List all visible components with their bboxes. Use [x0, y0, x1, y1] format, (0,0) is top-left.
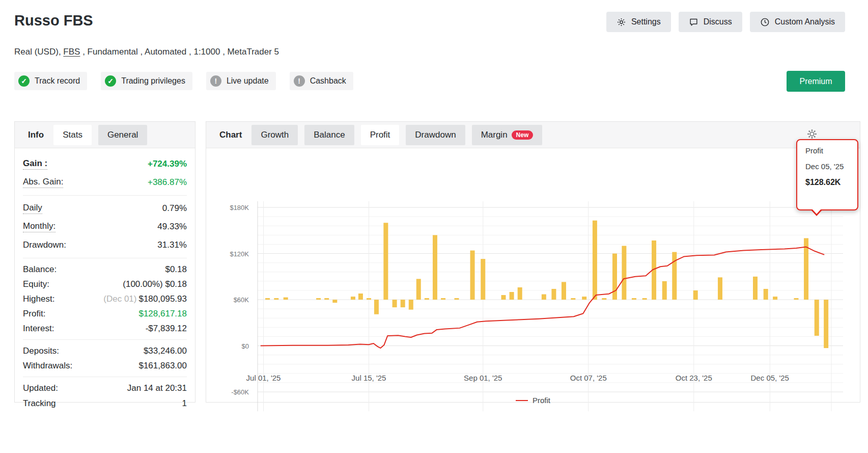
account-subtitle: Real (USD), FBS , Fundamental , Automate…	[14, 47, 279, 57]
chart-tab-balance[interactable]: Balance	[304, 125, 354, 145]
button-label: Discuss	[704, 17, 732, 26]
x-axis-tick: Sep 01, '25	[464, 374, 502, 382]
new-badge: New	[512, 130, 534, 140]
tab-label: Info	[28, 130, 44, 140]
chart-tab-growth[interactable]: Growth	[251, 125, 298, 145]
stat-value: -$7,839.12	[146, 324, 187, 334]
profit-bar	[374, 300, 379, 314]
profit-bar	[332, 300, 337, 303]
legend-item-profit[interactable]: Profit	[516, 396, 550, 405]
tab-label: Balance	[314, 130, 345, 140]
info-tab-info: Info	[25, 125, 47, 145]
stat-value: $128,617.18	[138, 309, 187, 319]
profit-bar	[582, 297, 586, 300]
chart-tooltip: Profit Dec 05, '25 $128.62K	[796, 139, 858, 210]
settings-button[interactable]: Settings	[606, 12, 671, 32]
y-axis-tick: -$60K	[218, 388, 249, 396]
stat-row-highest: Highest:(Dec 01)$180,095.93	[23, 291, 187, 306]
chart-tab-profit[interactable]: Profit	[361, 125, 400, 145]
tab-label: Drawdown	[415, 130, 456, 140]
stat-row-tracking: Tracking1	[23, 396, 187, 411]
stat-row-updated: Updated:Jan 14 at 20:31	[23, 381, 187, 396]
stat-row-equity: Equity:(100.00%) $0.18	[23, 277, 187, 291]
chart-canvas	[255, 201, 846, 395]
profit-bar	[425, 298, 429, 300]
stat-label: Abs. Gain:	[23, 177, 63, 188]
profit-bar	[433, 235, 437, 300]
discuss-button[interactable]: Discuss	[679, 12, 742, 32]
stat-label: Balance:	[23, 264, 57, 275]
profit-bar	[632, 298, 636, 300]
stat-label: Daily	[23, 203, 42, 214]
stat-row-gain: Gain :+724.39%	[23, 155, 187, 173]
y-axis-tick: $60K	[218, 296, 249, 304]
profit-bar	[764, 289, 768, 300]
chart-tab-drawdown[interactable]: Drawdown	[406, 125, 465, 145]
profit-bar	[274, 298, 278, 300]
check-circle-icon: ✓	[105, 75, 116, 87]
profit-bar	[367, 298, 371, 300]
speech-bubble-icon	[689, 17, 698, 27]
profit-bar	[284, 298, 288, 300]
stat-row-daily: Daily0.79%	[23, 199, 187, 218]
profit-bar	[815, 300, 819, 336]
profit-bar	[571, 298, 575, 300]
badge-label: Trading privileges	[121, 76, 185, 86]
badge-cashback[interactable]: !Cashback	[290, 72, 353, 90]
badge-label: Track record	[35, 76, 80, 86]
stat-label: Updated:	[23, 383, 58, 393]
chart-panel: ChartGrowthBalanceProfitDrawdownMarginNe…	[206, 121, 860, 403]
stat-row-interest: Interest:-$7,839.12	[23, 321, 187, 336]
stat-label: Equity:	[23, 279, 49, 289]
stat-row-balance: Balance:$0.18	[23, 262, 187, 277]
stat-value: $161,863.00	[138, 361, 187, 371]
badge-live-update[interactable]: !Live update	[206, 72, 276, 90]
tab-label: Margin	[481, 130, 508, 140]
check-circle-icon: ✓	[18, 75, 30, 87]
badge-label: Cashback	[310, 76, 346, 86]
stat-row-profit: Profit:$128,617.18	[23, 306, 187, 321]
profit-bar	[441, 298, 445, 300]
profit-bar	[602, 298, 606, 300]
profit-bar	[324, 298, 329, 300]
x-axis-tick: Oct 23, '25	[676, 374, 712, 382]
profit-bar	[612, 254, 617, 300]
profit-bar	[401, 300, 405, 307]
tab-label: Growth	[261, 130, 289, 140]
info-group: Updated:Jan 14 at 20:31Tracking1	[23, 377, 187, 415]
x-axis-tick: Dec 05, '25	[751, 374, 789, 382]
stat-label: Deposits:	[23, 346, 59, 356]
stat-value: +724.39%	[148, 159, 187, 169]
badge-trading-privileges[interactable]: ✓Trading privileges	[101, 72, 192, 90]
tab-label: Chart	[219, 130, 242, 140]
y-axis-tick: $0	[218, 342, 249, 350]
info-tab-stats[interactable]: Stats	[53, 125, 92, 145]
tooltip-date: Dec 05, '25	[805, 162, 857, 171]
premium-button[interactable]: Premium	[787, 71, 845, 92]
profit-bar	[383, 223, 388, 300]
info-group: Daily0.79%Monthly:49.33%Drawdown:31.31%	[23, 196, 187, 258]
chart-tab-margin[interactable]: MarginNew	[472, 125, 543, 145]
profit-chart: Profit $180K$120K$60K$0-$60KJul 01, '25J…	[206, 148, 860, 403]
broker-link[interactable]: FBS	[63, 47, 80, 57]
clock-icon	[760, 17, 770, 27]
info-tabstrip: InfoStatsGeneral	[15, 122, 195, 148]
profit-bar	[501, 295, 506, 300]
tab-label: General	[107, 130, 138, 140]
exclamation-circle-icon: !	[210, 75, 221, 87]
info-group: Deposits:$33,246.00Withdrawals:$161,863.…	[23, 340, 187, 377]
profit-bar	[351, 297, 355, 300]
stat-value: (Dec 01)$180,095.93	[103, 294, 187, 304]
profit-bar	[794, 298, 799, 300]
stat-value: 31.31%	[157, 240, 187, 250]
subtitle-suffix: , Fundamental , Automated , 1:1000 , Met…	[80, 47, 279, 57]
legend-label: Profit	[533, 396, 550, 405]
custom-analysis-button[interactable]: Custom Analysis	[750, 12, 845, 32]
verification-badges: ✓Track record✓Trading privileges!Live up…	[14, 72, 353, 90]
badge-track-record[interactable]: ✓Track record	[14, 72, 87, 90]
y-axis-tick: $120K	[218, 250, 249, 258]
info-tab-general[interactable]: General	[98, 125, 147, 145]
page-title: Russo FBS	[14, 12, 93, 29]
chart-tab-chart: Chart	[216, 125, 245, 145]
tooltip-value: $128.62K	[805, 178, 857, 187]
